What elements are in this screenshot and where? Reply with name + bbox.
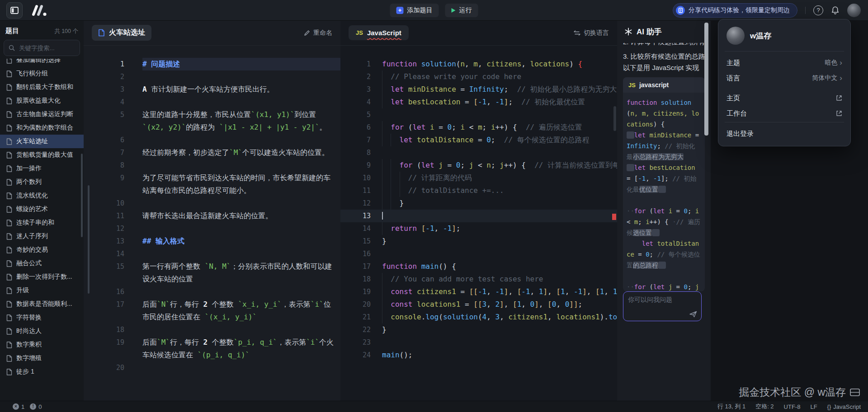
warning-count-badge[interactable]: ! 0: [30, 403, 42, 410]
language-mode[interactable]: {} JavaScript: [827, 403, 861, 410]
line-number: 5: [84, 108, 124, 134]
sidebar-item-螺旋的艺术[interactable]: 螺旋的艺术: [0, 202, 84, 216]
line-number: 15: [84, 260, 124, 286]
eol-setting[interactable]: LF: [810, 403, 817, 410]
sidebar-item-label: 徒步 1: [16, 368, 34, 376]
run-label: 运行: [459, 6, 472, 14]
sidebar-item-label: 螺旋的艺术: [16, 205, 48, 213]
editor-scrollbar[interactable]: [613, 106, 616, 131]
sidebar-item-数字增殖[interactable]: 数字增殖: [0, 351, 84, 365]
sidebar-item-翻转后最大子数组和[interactable]: 翻转后最大子数组和: [0, 80, 84, 94]
menu-item-logout[interactable]: 退出登录: [718, 126, 850, 141]
send-icon[interactable]: [689, 311, 697, 318]
line-number: 20: [340, 298, 371, 311]
js-badge-icon: JS: [628, 82, 636, 89]
promo-banner[interactable]: 分享代码练习体验，领限量定制周边: [673, 3, 797, 18]
add-question-button[interactable]: + 添加题目: [390, 4, 439, 17]
help-icon[interactable]: ?: [813, 5, 823, 15]
app-logo[interactable]: [31, 5, 47, 16]
line-number: 4: [84, 96, 124, 108]
sidebar-item-流水线优化[interactable]: 流水线优化: [0, 189, 84, 202]
sidebar-item-徒步 1[interactable]: 徒步 1: [0, 365, 84, 379]
cursor-position[interactable]: 行 13, 列 1: [717, 403, 745, 411]
search-icon: [9, 45, 15, 51]
sidebar-collapse-button[interactable]: [6, 2, 23, 19]
problem-line: 17后面`N`行，每行 2 个整数 `x_i, y_i`，表示第`i`位市民的居…: [84, 298, 340, 323]
line-number: 14: [84, 248, 124, 260]
sidebar-item-升级[interactable]: 升级: [0, 284, 84, 297]
menu-item-home[interactable]: 主页: [718, 90, 850, 106]
sidebar-item-两个数列[interactable]: 两个数列: [0, 175, 84, 189]
sidebar-item-字符替换[interactable]: 字符替换: [0, 311, 84, 324]
sidebar-item-股票收益最大化[interactable]: 股票收益最大化: [0, 94, 84, 108]
tab-javascript[interactable]: JS JavaScript: [349, 25, 409, 40]
question-count: 共 100 个: [54, 28, 78, 35]
problem-scrollbar[interactable]: [88, 185, 90, 294]
sidebar-item-数据表是否能顺利...[interactable]: 数据表是否能顺利...: [0, 297, 84, 311]
ai-scrollbar[interactable]: [704, 23, 708, 136]
user-dropdown-menu: w温存 主题暗色›语言简体中文›主页工作台退出登录: [718, 19, 851, 146]
menu-item-language[interactable]: 语言简体中文›: [718, 70, 850, 86]
sidebar-item-和为偶数的数字组合[interactable]: 和为偶数的数字组合: [0, 121, 84, 135]
line-number: 11: [84, 210, 124, 222]
sidebar-item-迷人子序列[interactable]: 迷人子序列: [0, 229, 84, 243]
ai-code-line: [627, 271, 701, 281]
menu-item-label: 退出登录: [726, 130, 754, 138]
nav-left: [0, 2, 47, 19]
sidebar-item-叠加编辑的选择[interactable]: 叠加编辑的选择: [0, 59, 84, 67]
user-avatar[interactable]: [847, 4, 861, 17]
status-bar: × 1 ! 0 行 13, 列 1 空格: 2 UTF-8 LF {} Java…: [0, 401, 868, 412]
play-icon: [452, 8, 456, 13]
sidebar-item-label: 升级: [16, 286, 29, 295]
sidebar-item-数字乘积[interactable]: 数字乘积: [0, 338, 84, 351]
ai-code-line: let minDistance = Infinity; // 初始化最小总路程为…: [627, 130, 701, 162]
sidebar-scrollbar[interactable]: [81, 154, 83, 237]
code-line: 9 for (let j = 0; j < n; j++) { // 计算当前候…: [340, 159, 617, 172]
ai-intro-text: 以下是用 JavaScript 实现: [623, 62, 705, 73]
notification-bell-icon[interactable]: [831, 6, 840, 15]
code-line: 15}: [340, 235, 617, 248]
switch-language-button[interactable]: 切换语言: [574, 29, 609, 37]
code-editor[interactable]: 1function solution(n, m, citizens, locat…: [340, 45, 617, 401]
sidebar-item-火车站选址[interactable]: 火车站选址: [0, 135, 84, 148]
search-input[interactable]: [18, 44, 75, 52]
sidebar-item-加一操作[interactable]: 加一操作: [0, 162, 84, 175]
sidebar-item-飞行棋分组[interactable]: 飞行棋分组: [0, 67, 84, 80]
sidebar-item-货船载货量的最大值[interactable]: 货船载货量的最大值: [0, 148, 84, 162]
code-line: 18 // You can add more test cases here: [340, 273, 617, 286]
menu-item-label: 主页: [726, 94, 740, 103]
menu-item-workspace[interactable]: 工作台: [718, 106, 850, 121]
problem-line: 13## 输入格式: [84, 235, 340, 248]
sidebar-item-label: 流水线优化: [16, 192, 48, 200]
sidebar-item-时尚达人[interactable]: 时尚达人: [0, 324, 84, 338]
problem-title-chip[interactable]: 火车站选址: [92, 25, 151, 41]
sidebar-item-连续子串的和[interactable]: 连续子串的和: [0, 216, 84, 229]
run-button[interactable]: 运行: [445, 4, 478, 17]
document-icon: [6, 111, 12, 118]
rename-button[interactable]: 重命名: [304, 29, 332, 37]
indentation-setting[interactable]: 空格: 2: [755, 403, 774, 411]
watermark-text: 掘金技术社区 @ w温存: [739, 385, 846, 399]
sidebar-item-奇妙的交易[interactable]: 奇妙的交易: [0, 243, 84, 257]
error-count-badge[interactable]: × 1: [13, 403, 24, 410]
sidebar-item-融合公式[interactable]: 融合公式: [0, 257, 84, 270]
line-number: 5: [340, 108, 371, 121]
line-number: 7: [340, 134, 371, 146]
ai-code-line: ··for (let j = 0; j < n; j++) { ·// 计算当前…: [627, 281, 701, 291]
ai-assistant-panel: AI 助手 2. 计算每个候选位置到所有市民的总路程 3. 比较所有候选位置的总…: [617, 20, 711, 401]
problem-line: 12: [84, 222, 340, 235]
line-number: 14: [340, 222, 371, 235]
ai-chat-input[interactable]: [623, 292, 701, 312]
encoding-setting[interactable]: UTF-8: [784, 403, 801, 410]
sidebar-item-删除一次得到子数...[interactable]: 删除一次得到子数...: [0, 270, 84, 284]
sidebar-item-label: 股票收益最大化: [16, 97, 61, 105]
status-left: × 1 ! 0: [13, 403, 42, 410]
sidebar-item-古生物血缘远近判断[interactable]: 古生物血缘远近判断: [0, 108, 84, 121]
error-count: 1: [21, 403, 24, 410]
ai-code-line: ··for (let i = 0; i < m; i++) { ·// 遍历候选…: [627, 206, 701, 238]
document-icon: [6, 192, 12, 199]
ai-content: 2. 计算每个候选位置到所有市民的总路程 3. 比较所有候选位置的总路程 以下是…: [623, 43, 705, 401]
problem-editor[interactable]: 1# 问题描述23A 市计划新建一个火车站方便市民出行。45这里的道路十分规整，…: [84, 45, 340, 401]
menu-item-theme[interactable]: 主题暗色›: [718, 55, 850, 70]
line-number: 23: [340, 336, 371, 349]
